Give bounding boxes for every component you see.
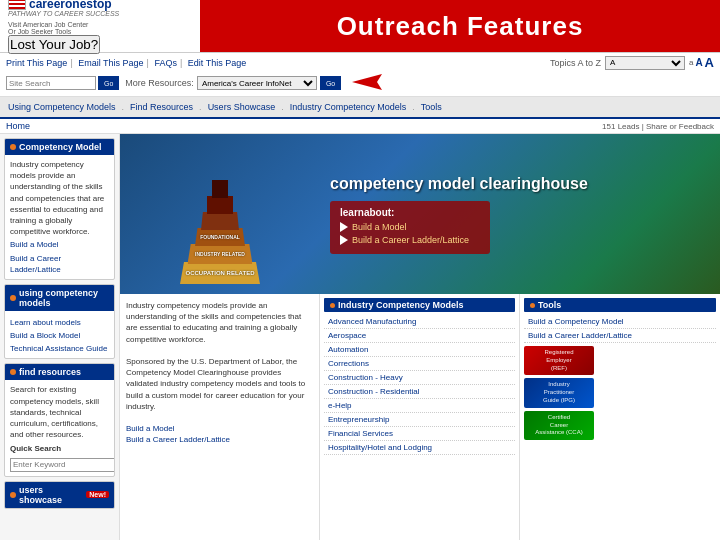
pyramid-layer-1: OCCUPATION RELATED	[180, 262, 260, 284]
list-item[interactable]: Construction - Residential	[324, 385, 515, 399]
breadcrumb: Home	[6, 121, 30, 131]
using-competency-header: using competency models	[5, 285, 114, 311]
font-small[interactable]: a	[689, 58, 693, 67]
learn-item-2[interactable]: Build a Career Ladder/Lattice	[340, 235, 480, 245]
breadcrumb-bar: Home 151 Leads | Share or Feedback	[0, 119, 720, 134]
dot-icon3	[10, 369, 16, 375]
new-badge: New!	[86, 491, 109, 498]
tools-title: Tools	[524, 298, 716, 312]
competency-build-model[interactable]: Build a Model	[126, 424, 174, 433]
list-item[interactable]: Financial Services	[324, 427, 515, 441]
more-resources: More Resources: America's Career InfoNet…	[125, 76, 341, 90]
outreach-banner: Outreach Features	[200, 0, 720, 52]
hero-title: competency model clearinghouse	[330, 175, 710, 193]
email-page-link[interactable]: Email This Page	[78, 58, 143, 68]
tech-guide-link[interactable]: Technical Assistance Guide	[10, 343, 109, 354]
learn-models-link[interactable]: Learn about models	[10, 317, 109, 328]
font-medium[interactable]: A	[695, 57, 702, 68]
tool-thumb-2[interactable]: IndustryPractitionerGuide (IPG)	[524, 378, 594, 407]
breadcrumb-home[interactable]: Home	[6, 121, 30, 131]
search-input[interactable]	[6, 76, 96, 90]
using-competency-title: using competency models	[19, 288, 109, 308]
list-item[interactable]: Aerospace	[324, 329, 515, 343]
lost-job-button[interactable]: Lost Your Job?	[8, 35, 100, 54]
build-model-link[interactable]: Build a Model	[10, 239, 109, 250]
more-resources-go[interactable]: Go	[320, 76, 341, 90]
list-item[interactable]: e-Help	[324, 399, 515, 413]
list-item[interactable]: Automation	[324, 343, 515, 357]
search-box: Go	[6, 76, 119, 90]
header: careeronestop PATHWAY TO CAREER SUCCESS …	[0, 0, 720, 53]
main-nav: Using Competency Models . Find Resources…	[0, 97, 720, 119]
nav-using-competency[interactable]: Using Competency Models	[4, 100, 120, 114]
more-resources-label: More Resources:	[125, 78, 194, 88]
list-item[interactable]: Entrepreneurship	[324, 413, 515, 427]
edit-page-link[interactable]: Edit This Page	[188, 58, 246, 68]
dot-icon5	[330, 303, 335, 308]
list-item[interactable]: Construction - Heavy	[324, 371, 515, 385]
learn-item-1[interactable]: Build a Model	[340, 222, 480, 232]
pyramid-layer-3: FOUNDATIONAL	[195, 228, 245, 246]
pyramid-layer-6	[212, 180, 228, 198]
pyramid-layer-4	[201, 212, 239, 230]
top-nav-row1: Print This Page| Email This Page| FAQs| …	[6, 55, 714, 70]
content: Competency Model Industry competency mod…	[0, 134, 720, 540]
dot-icon4	[10, 492, 16, 498]
nav-users-showcase[interactable]: Users Showcase	[204, 100, 280, 114]
industry-models-section: Industry Competency Models Advanced Manu…	[320, 294, 520, 540]
find-resources-text: Search for existing competency models, s…	[10, 384, 109, 440]
competency-model-title: Competency Model	[19, 142, 102, 152]
tool-thumb-3[interactable]: CertifiedCareerAssistance (CCA)	[524, 411, 594, 440]
using-competency-body: Learn about models Build a Block Model T…	[5, 311, 114, 359]
play-icon-1	[340, 222, 348, 232]
build-block-link[interactable]: Build a Block Model	[10, 330, 109, 341]
topics-select[interactable]: A	[605, 56, 685, 70]
search-button[interactable]: Go	[98, 76, 119, 90]
list-item[interactable]: Hospitality/Hotel and Lodging	[324, 441, 515, 455]
keyword-input[interactable]	[10, 458, 115, 472]
find-resources-body: Search for existing competency models, s…	[5, 380, 114, 475]
competency-build-ladder[interactable]: Build a Career Ladder/Lattice	[126, 435, 230, 444]
red-arrow-indicator	[347, 72, 387, 94]
pyramid-layer-2: INDUSTRY RELATED	[188, 244, 253, 264]
tool-thumb-1[interactable]: RegisteredEmployer(REF)	[524, 346, 594, 375]
pyramid-area: OCCUPATION RELATED INDUSTRY RELATED FOUN…	[120, 134, 320, 294]
more-resources-select[interactable]: America's Career InfoNet	[197, 76, 317, 90]
competency-model-body: Industry competency models provide an un…	[5, 155, 114, 279]
sidebar-search: Search	[10, 458, 109, 472]
find-resources-title: find resources	[19, 367, 81, 377]
bottom-grid: Industry competency models provide an un…	[120, 294, 720, 540]
learn-about-title: learnabout:	[340, 207, 480, 218]
font-size-controls: a A A	[689, 55, 714, 70]
dot-icon	[10, 144, 16, 150]
list-item[interactable]: Build a Competency Model	[524, 315, 716, 329]
industry-models-title: Industry Competency Models	[324, 298, 515, 312]
top-nav: Print This Page| Email This Page| FAQs| …	[0, 53, 720, 97]
find-resources-section: find resources Search for existing compe…	[4, 363, 115, 476]
list-item[interactable]: Build a Career Ladder/Lattice	[524, 329, 716, 343]
nav-find-resources[interactable]: Find Resources	[126, 100, 197, 114]
competency-model-section: Competency Model Industry competency mod…	[4, 138, 115, 280]
print-page-link[interactable]: Print This Page	[6, 58, 67, 68]
font-large[interactable]: A	[705, 55, 714, 70]
faqs-link[interactable]: FAQs	[154, 58, 177, 68]
logo-area: careeronestop PATHWAY TO CAREER SUCCESS …	[0, 0, 200, 52]
outreach-title: Outreach Features	[337, 11, 584, 42]
build-ladder-hero-link[interactable]: Build a Career Ladder/Lattice	[352, 235, 469, 245]
competency-desc-link-text: Sponsored by the U.S. Department of Labo…	[126, 356, 313, 412]
careeronestop-logo: careeronestop	[8, 0, 119, 10]
nav-tools[interactable]: Tools	[417, 100, 446, 114]
pyramid-layer-5	[207, 196, 233, 214]
dot-icon6	[530, 303, 535, 308]
play-icon-2	[340, 235, 348, 245]
career-tagline: PATHWAY TO CAREER SUCCESS	[8, 10, 119, 17]
nav-industry-models[interactable]: Industry Competency Models	[286, 100, 411, 114]
tools-label: Tools	[538, 300, 561, 310]
topics-label: Topics A to Z	[550, 58, 601, 68]
hero-text: competency model clearinghouse learnabou…	[320, 165, 720, 264]
build-ladder-link[interactable]: Build a Career Ladder/Lattice	[10, 253, 109, 275]
list-item[interactable]: Advanced Manufacturing	[324, 315, 515, 329]
competency-description: Industry competency models provide an un…	[120, 294, 320, 540]
build-model-hero-link[interactable]: Build a Model	[352, 222, 407, 232]
list-item[interactable]: Corrections	[324, 357, 515, 371]
